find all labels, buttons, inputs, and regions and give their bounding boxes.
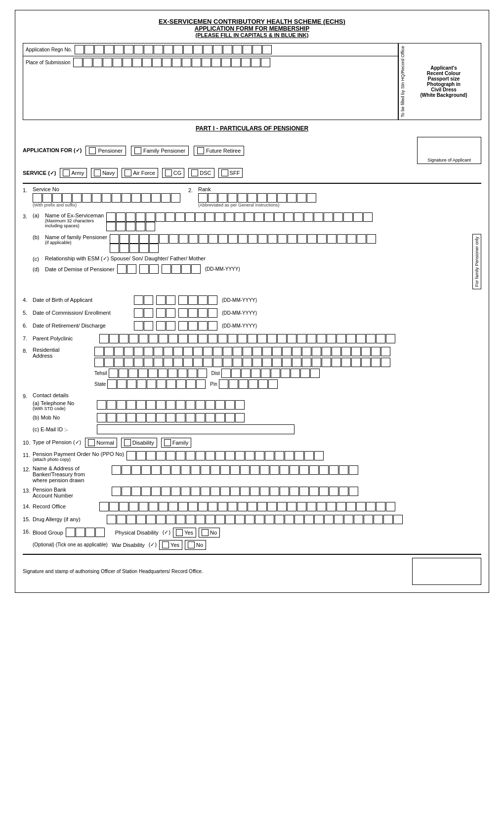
bottom-section: Signature and stamp of authorising Offic… <box>23 554 481 585</box>
input-cell[interactable] <box>83 58 92 67</box>
input-cell[interactable] <box>211 58 221 67</box>
phys-no-checkbox[interactable] <box>202 529 209 536</box>
family-pensioner-option[interactable]: Family Pensioner <box>131 146 189 156</box>
item5-cells[interactable] <box>134 308 218 318</box>
input-cell[interactable] <box>252 45 262 54</box>
future-retiree-checkbox[interactable] <box>197 147 204 154</box>
input-cell[interactable] <box>93 58 102 67</box>
item3b-label-block: Name of family Pensioner (if applicable) <box>45 234 107 245</box>
sn-cell-1[interactable] <box>33 193 42 203</box>
normal-option[interactable]: Normal <box>85 438 117 448</box>
rank-cells[interactable] <box>198 193 317 203</box>
photo-text1: Applicant's <box>430 65 457 71</box>
input-cell[interactable] <box>75 45 84 54</box>
input-cell[interactable] <box>73 58 83 67</box>
family-checkbox[interactable] <box>164 439 171 446</box>
item3d-cells[interactable] <box>117 264 201 274</box>
disability-checkbox[interactable] <box>124 439 131 446</box>
item8-fields: Tehsil Dist State Pin <box>94 347 481 389</box>
input-cell[interactable] <box>213 45 222 54</box>
airforce-checkbox[interactable] <box>125 169 131 176</box>
input-cell[interactable] <box>94 45 104 54</box>
sff-checkbox[interactable] <box>221 169 228 176</box>
input-cell[interactable] <box>231 58 241 67</box>
input-cell[interactable] <box>104 45 114 54</box>
input-cell[interactable] <box>162 58 171 67</box>
input-cell[interactable] <box>123 58 132 67</box>
item8-row1-cells[interactable] <box>94 347 481 356</box>
input-cell[interactable] <box>164 45 173 54</box>
input-cell[interactable] <box>134 45 143 54</box>
item6-cells[interactable] <box>134 321 218 331</box>
army-option[interactable]: Army <box>60 168 87 178</box>
phys-yes-checkbox[interactable] <box>176 529 183 536</box>
input-cell[interactable] <box>113 58 122 67</box>
future-retiree-option[interactable]: Future Retiree <box>194 146 244 156</box>
input-cell[interactable] <box>221 58 231 67</box>
war-no-checkbox[interactable] <box>188 541 195 548</box>
input-cell[interactable] <box>262 45 272 54</box>
item16-blood-row: Blood Group Physical Disability (✓) Yes … <box>33 528 481 538</box>
item14-cells[interactable] <box>99 502 396 511</box>
input-cell[interactable] <box>223 45 232 54</box>
item10-row: 10. Type of Pension (✓) Normal Disabilit… <box>23 438 481 448</box>
navy-option[interactable]: Navy <box>91 168 118 178</box>
dsc-checkbox[interactable] <box>191 169 198 176</box>
item3a-cells[interactable] <box>106 212 373 231</box>
disability-option[interactable]: Disability <box>121 438 157 448</box>
input-cell[interactable] <box>152 58 162 67</box>
input-cell[interactable] <box>251 58 260 67</box>
input-cell[interactable] <box>132 58 142 67</box>
item9b-cells[interactable] <box>97 413 245 422</box>
family-option[interactable]: Family <box>161 438 191 448</box>
input-cell[interactable] <box>142 58 152 67</box>
item15-cells[interactable] <box>107 515 403 524</box>
phys-yes-option[interactable]: Yes <box>173 528 196 538</box>
input-cell[interactable] <box>124 45 133 54</box>
input-cell[interactable] <box>243 45 252 54</box>
input-cell[interactable] <box>233 45 242 54</box>
family-pensioner-checkbox[interactable] <box>134 147 141 154</box>
item11-cells[interactable] <box>126 451 324 460</box>
input-cell[interactable] <box>183 45 193 54</box>
input-cell[interactable] <box>84 45 94 54</box>
input-cell[interactable] <box>261 58 270 67</box>
item8-row2-cells[interactable] <box>94 358 481 367</box>
war-yes-checkbox[interactable] <box>162 541 169 548</box>
war-yes-option[interactable]: Yes <box>159 540 182 550</box>
phys-no-option[interactable]: No <box>199 528 220 538</box>
item4-cells[interactable] <box>134 295 218 305</box>
navy-checkbox[interactable] <box>94 169 101 176</box>
input-cell[interactable] <box>202 58 211 67</box>
input-cell[interactable] <box>192 58 201 67</box>
input-cell[interactable] <box>182 58 191 67</box>
army-checkbox[interactable] <box>63 169 70 176</box>
normal-checkbox[interactable] <box>88 439 95 446</box>
input-cell[interactable] <box>144 45 153 54</box>
item3b-cells[interactable] <box>110 234 377 253</box>
sff-option[interactable]: SFF <box>218 168 243 178</box>
input-cell[interactable] <box>114 45 124 54</box>
state-pin-row: State Pin <box>94 379 481 389</box>
input-cell[interactable] <box>193 45 203 54</box>
item13-cells[interactable] <box>112 487 359 496</box>
input-cell[interactable] <box>241 58 251 67</box>
airforce-option[interactable]: Air Force <box>122 168 158 178</box>
item9a-cells[interactable] <box>97 400 245 410</box>
item12-cells[interactable] <box>112 465 359 475</box>
pensioner-checkbox[interactable] <box>89 147 96 154</box>
cg-checkbox[interactable] <box>165 169 172 176</box>
war-no-option[interactable]: No <box>185 540 206 550</box>
input-cell[interactable] <box>103 58 112 67</box>
input-cell[interactable] <box>154 45 163 54</box>
family-pensioner-label: Family Pensioner <box>143 148 185 154</box>
pensioner-option[interactable]: Pensioner <box>85 146 126 156</box>
item7-cells[interactable] <box>99 334 396 343</box>
email-input-field[interactable] <box>97 424 294 434</box>
input-cell[interactable] <box>173 45 183 54</box>
service-no-cells[interactable] <box>33 193 181 203</box>
input-cell[interactable] <box>203 45 212 54</box>
input-cell[interactable] <box>172 58 181 67</box>
cg-option[interactable]: CG <box>162 168 185 178</box>
dsc-option[interactable]: DSC <box>188 168 214 178</box>
